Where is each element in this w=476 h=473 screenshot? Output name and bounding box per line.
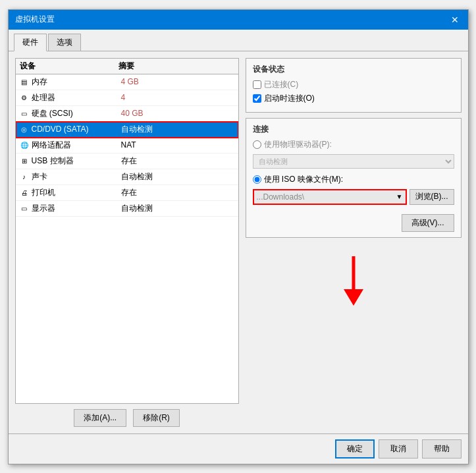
device-name-usb: USB 控制器	[32, 155, 121, 167]
physical-drive-dropdown[interactable]: 自动检测	[253, 154, 454, 169]
connection-section: 连接 使用物理驱动器(P): 自动检测 使用 ISO 映像文件(M): ...D	[246, 118, 462, 238]
bottom-buttons: 确定 取消 帮助	[9, 433, 468, 464]
connected-label: 已连接(C)	[264, 79, 299, 90]
device-name-memory: 内存	[32, 76, 121, 88]
left-action-buttons: 添加(A)... 移除(R)	[15, 409, 239, 427]
physical-drive-radio-row: 使用物理驱动器(P):	[253, 139, 454, 150]
table-row[interactable]: ⊞ USB 控制器 存在	[16, 153, 238, 169]
tab-options[interactable]: 选项	[48, 34, 81, 51]
summary-display: 自动检测	[121, 203, 234, 214]
col-summary-header: 摘要	[119, 61, 234, 72]
browse-button[interactable]: 浏览(B)...	[410, 189, 454, 205]
down-arrow-icon	[340, 256, 367, 309]
sound-icon: ♪	[20, 172, 29, 181]
device-name-sound: 声卡	[32, 171, 121, 182]
display-icon: ▭	[20, 204, 29, 213]
table-row[interactable]: ♪ 声卡 自动检测	[16, 169, 238, 185]
tab-hardware[interactable]: 硬件	[14, 34, 47, 51]
physical-drive-label: 使用物理驱动器(P):	[264, 139, 332, 150]
device-name-cdrom: CD/DVD (SATA)	[32, 125, 121, 134]
device-status-section: 设备状态 已连接(C) 启动时连接(O)	[246, 58, 462, 113]
hdd-icon: ▭	[20, 109, 29, 118]
main-content: 设备 摘要 ▤ 内存 4 GB ⚙ 处理器 4 ▭	[9, 51, 468, 433]
advanced-button[interactable]: 高级(V)...	[402, 214, 454, 232]
table-header: 设备 摘要	[16, 59, 238, 74]
dialog-title: 虚拟机设置	[15, 14, 55, 25]
device-name-hdd: 硬盘 (SCSI)	[32, 108, 121, 119]
summary-memory: 4 GB	[121, 77, 234, 86]
usb-icon: ⊞	[20, 156, 29, 165]
table-row[interactable]: 🖨 打印机 存在	[16, 185, 238, 201]
arrow-container	[246, 256, 462, 309]
summary-cpu: 4	[121, 93, 234, 102]
printer-icon: 🖨	[20, 188, 29, 197]
summary-hdd: 40 GB	[121, 109, 234, 118]
close-button[interactable]: ✕	[448, 13, 462, 26]
col-device-header: 设备	[20, 61, 119, 72]
table-row[interactable]: 🌐 网络适配器 NAT	[16, 138, 238, 153]
iso-label: 使用 ISO 映像文件(M):	[264, 174, 344, 185]
table-row[interactable]: ▭ 硬盘 (SCSI) 40 GB	[16, 106, 238, 122]
device-name-printer: 打印机	[32, 187, 121, 198]
summary-usb: 存在	[121, 155, 234, 167]
connected-checkbox[interactable]	[253, 80, 261, 89]
iso-path-dropdown-button[interactable]: ▼	[396, 193, 403, 200]
memory-icon: ▤	[20, 77, 29, 86]
table-row[interactable]: ▭ 显示器 自动检测	[16, 201, 238, 217]
physical-drive-radio[interactable]	[253, 140, 261, 149]
right-panel: 设备状态 已连接(C) 启动时连接(O) 连接 使用物理驱动器(P):	[246, 58, 462, 427]
network-icon: 🌐	[20, 140, 29, 150]
iso-path-text: ...Downloads\	[257, 192, 396, 202]
summary-sound: 自动检测	[121, 171, 234, 182]
ok-button[interactable]: 确定	[335, 439, 375, 459]
cpu-icon: ⚙	[20, 93, 29, 102]
device-table: 设备 摘要 ▤ 内存 4 GB ⚙ 处理器 4 ▭	[15, 58, 239, 404]
left-panel: 设备 摘要 ▤ 内存 4 GB ⚙ 处理器 4 ▭	[15, 58, 239, 427]
iso-path-wrapper: ...Downloads\ ▼	[253, 189, 407, 205]
table-row[interactable]: ▤ 内存 4 GB	[16, 74, 238, 90]
device-name-cpu: 处理器	[32, 92, 121, 103]
iso-file-radio[interactable]	[253, 175, 261, 184]
iso-file-row: ...Downloads\ ▼ 浏览(B)...	[253, 189, 454, 205]
remove-device-button[interactable]: 移除(R)	[133, 409, 180, 427]
svg-marker-1	[344, 289, 363, 306]
table-row-cdrom[interactable]: ◎ CD/DVD (SATA) 自动检测	[16, 122, 238, 138]
cancel-button[interactable]: 取消	[379, 439, 418, 459]
cdrom-icon: ◎	[20, 125, 29, 134]
summary-cdrom: 自动检测	[121, 124, 234, 135]
summary-network: NAT	[121, 140, 234, 150]
autoconnect-label: 启动时连接(O)	[264, 93, 315, 104]
device-name-network: 网络适配器	[32, 140, 121, 151]
autoconnect-checkbox[interactable]	[253, 94, 261, 103]
tab-bar: 硬件 选项	[9, 30, 468, 51]
add-device-button[interactable]: 添加(A)...	[74, 409, 126, 427]
virtual-machine-settings-dialog: 虚拟机设置 ✕ 硬件 选项 设备 摘要 ▤ 内存 4 GB	[8, 9, 469, 464]
summary-printer: 存在	[121, 187, 234, 198]
help-button[interactable]: 帮助	[422, 439, 462, 459]
title-bar: 虚拟机设置 ✕	[9, 10, 468, 30]
connected-checkbox-row: 已连接(C)	[253, 79, 454, 90]
connection-title: 连接	[253, 124, 454, 135]
iso-radio-row: 使用 ISO 映像文件(M):	[253, 174, 454, 185]
device-name-display: 显示器	[32, 203, 121, 214]
device-status-title: 设备状态	[253, 64, 454, 75]
autoconnect-checkbox-row: 启动时连接(O)	[253, 93, 454, 104]
table-row[interactable]: ⚙ 处理器 4	[16, 90, 238, 106]
